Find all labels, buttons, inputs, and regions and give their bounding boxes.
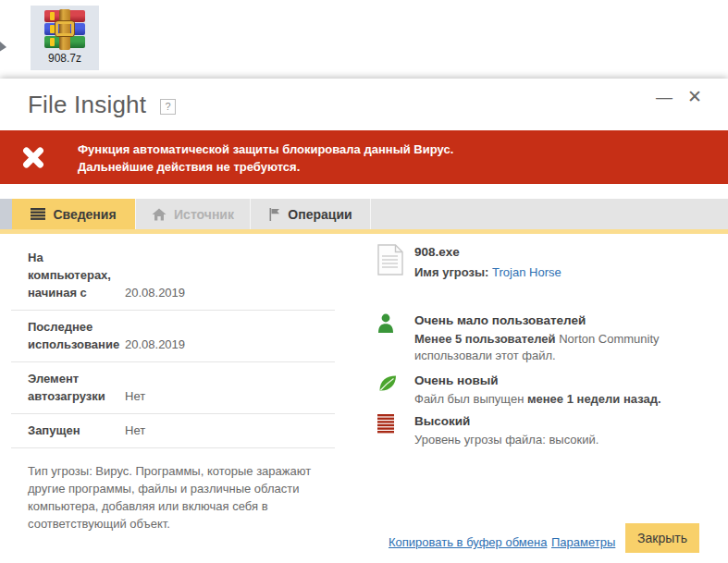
detail-value: 20.08.2019 [125,336,185,353]
detail-label: Элемент автозагрузки [28,370,124,405]
flag-icon [269,208,280,221]
threat-blocked-banner: Функция автоматической защиты блокировал… [0,130,728,184]
insight-text-bold: Менее 5 пользователей [414,332,556,346]
settings-link[interactable]: Параметры [551,535,615,549]
banner-line2: Дальнейшие действия не требуются. [78,158,453,176]
banner-message: Функция автоматической защиты блокировал… [78,141,453,176]
screen: 908.7z File Insight ? — ✕ Функция автома… [0,0,728,563]
close-dialog-button[interactable]: Закрыть [625,523,699,553]
file-insight-window: File Insight ? — ✕ Функция автоматическо… [0,79,728,563]
desktop-icon-908-archive[interactable]: 908.7z [31,6,99,70]
minimize-button[interactable]: — [652,85,676,109]
detail-label: Запущен [28,422,124,439]
threat-level-block: Высокий Уровень угрозы файла: высокий. [377,413,692,448]
threat-type-description: Тип угрозы: Вирус. Программы, которые за… [11,448,333,532]
threat-name-label: Имя угрозы: [414,265,488,279]
desktop-background: 908.7z [0,0,728,79]
desktop-icon-label: 908.7z [48,52,81,65]
insight-title: Очень новый [414,373,692,389]
window-title: File Insight [28,91,146,119]
detail-row-last-used: Последнее использование 20.08.2019 [11,311,335,362]
help-icon[interactable]: ? [160,99,176,115]
detail-value: 20.08.2019 [125,284,185,301]
tabbar-left-edge [0,199,12,229]
insight-text: Уровень угрозы файла: высокий. [414,432,692,448]
file-info-block: 908.exe Имя угрозы: Trojan Horse [377,243,561,282]
close-window-button[interactable]: ✕ [683,85,707,109]
insight-text: Менее 5 пользователей Norton Community и… [414,331,692,364]
detail-row-launched: Запущен Нет [11,414,335,448]
tab-details[interactable]: Сведения [12,199,135,229]
file-age-block: Очень новый Файл был выпущен менее 1 нед… [377,373,692,408]
detail-label: На компьютерах, начиная с [28,249,124,301]
home-icon [152,208,167,221]
mouse-cursor-icon [0,39,9,57]
threat-name-line: Имя угрозы: Trojan Horse [414,263,561,282]
threat-name-link[interactable]: Trojan Horse [492,265,561,279]
active-tab-accent-strip [0,229,728,234]
winrar-archive-icon [43,9,86,50]
insight-text: Файл был выпущен менее 1 недели назад. [414,391,692,408]
tab-operations[interactable]: Операции [252,199,371,229]
detail-row-startup-item: Элемент автозагрузки Нет [11,362,335,414]
detail-value: Нет [125,422,145,439]
tab-source[interactable]: Источник [135,199,251,229]
list-icon [31,208,45,220]
copy-to-clipboard-link[interactable]: Копировать в буфер обмена [389,535,547,549]
details-panel: На компьютерах, начиная с 20.08.2019 Пос… [11,241,335,532]
file-name: 908.exe [414,243,561,262]
document-icon [377,243,414,282]
insight-text-pre: Файл был выпущен [414,392,527,406]
insight-title: Очень мало пользователей [414,312,692,329]
leaf-icon [377,373,414,408]
insight-title: Высокий [414,413,692,430]
user-count-block: Очень мало пользователей Менее 5 пользов… [377,312,692,364]
insight-text-bold: менее 1 недели назад. [527,392,661,406]
detail-label: Последнее использование [28,318,124,353]
detail-row-first-seen: На компьютерах, начиная с 20.08.2019 [11,241,335,311]
tab-source-label: Источник [174,207,234,222]
user-icon [377,312,414,364]
tab-details-label: Сведения [53,207,116,222]
tab-bar: Сведения Источник Операции [0,199,728,229]
banner-line1: Функция автоматической защиты блокировал… [78,141,453,158]
threat-level-bars-icon [377,413,414,448]
detail-value: Нет [125,387,145,405]
tab-operations-label: Операции [288,207,352,222]
blocked-x-icon [20,144,46,170]
